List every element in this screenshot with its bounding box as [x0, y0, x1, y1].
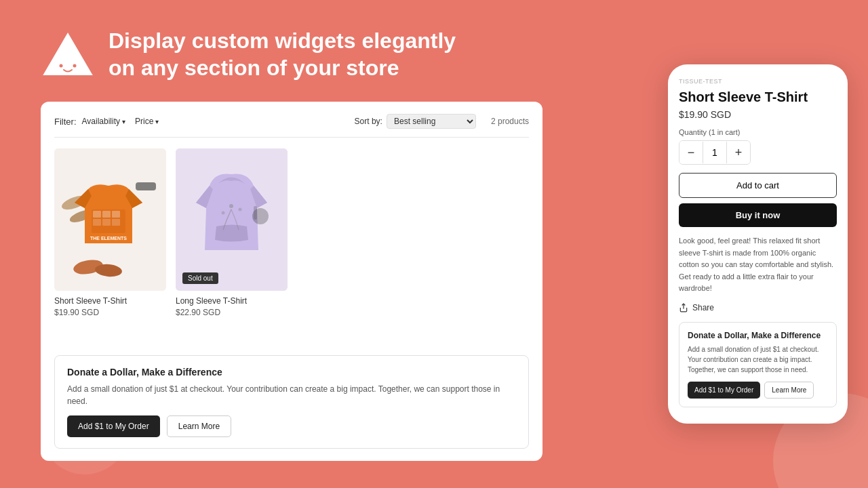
svg-rect-11 — [102, 219, 111, 226]
mobile-donation-learn-btn[interactable]: Learn More — [764, 382, 814, 399]
svg-rect-22 — [254, 206, 257, 220]
store-mockup: Filter: Availability Price Sort by: Best… — [41, 102, 542, 461]
qty-increase-btn[interactable]: + — [727, 141, 750, 164]
svg-rect-7 — [93, 211, 101, 218]
mobile-add-cart-btn[interactable]: Add to cart — [679, 173, 837, 198]
svg-rect-10 — [93, 219, 101, 226]
hero-title-line1: Display custom widgets elegantly — [108, 28, 456, 53]
product-price-1: $19.90 SGD — [54, 308, 166, 317]
svg-rect-12 — [112, 219, 120, 226]
mobile-price: $19.90 SGD — [679, 109, 837, 120]
donation-buttons: Add $1 to My Order Learn More — [67, 415, 516, 437]
product-name-1: Short Sleeve T-Shirt — [54, 296, 166, 306]
qty-value: 1 — [703, 142, 727, 163]
filter-label: Filter: — [54, 117, 77, 127]
mobile-quantity-label: Quantity (1 in cart) — [679, 128, 837, 136]
products-count: 2 products — [491, 117, 529, 126]
product-card-1[interactable]: THE ELEMENTS Short Sleeve T-Shirt $19.90… — [54, 148, 166, 317]
donation-desc: Add a small donation of just $1 at check… — [67, 383, 516, 407]
mobile-frame: TISSUE-TEST Short Sleeve T-Shirt $19.90 … — [668, 64, 848, 424]
right-section: TISSUE-TEST Short Sleeve T-Shirt $19.90 … — [668, 64, 848, 424]
logo-icon — [41, 30, 95, 78]
sort-label: Sort by: — [355, 117, 382, 126]
donation-widget: Donate a Dollar, Make a Difference Add a… — [54, 355, 529, 449]
donation-add-btn[interactable]: Add $1 to My Order — [67, 415, 160, 437]
svg-rect-16 — [136, 182, 156, 190]
filter-bar: Filter: Availability Price Sort by: Best… — [54, 114, 529, 138]
donation-title: Donate a Dollar, Make a Difference — [67, 367, 516, 378]
mobile-donation-add-btn[interactable]: Add $1 to My Order — [688, 382, 760, 399]
svg-point-20 — [239, 208, 242, 211]
mobile-store-label: TISSUE-TEST — [679, 78, 837, 85]
svg-rect-9 — [112, 211, 120, 218]
svg-point-18 — [229, 204, 233, 208]
hero-text: Display custom widgets elegantly on any … — [108, 27, 456, 81]
product-price-2: $22.90 SGD — [176, 308, 288, 317]
donation-learn-btn[interactable]: Learn More — [167, 415, 231, 437]
sold-out-badge: Sold out — [182, 272, 218, 284]
svg-point-2 — [73, 64, 77, 68]
mobile-qty-control: − 1 + — [679, 140, 751, 165]
product-image-1: THE ELEMENTS — [54, 148, 166, 291]
qty-decrease-btn[interactable]: − — [679, 141, 703, 164]
product-image-2: Sold out — [176, 148, 288, 291]
hero-area: Display custom widgets elegantly on any … — [41, 27, 542, 81]
mobile-donation-widget: Donate a Dollar, Make a Difference Add a… — [679, 322, 837, 407]
left-section: Display custom widgets elegantly on any … — [0, 0, 570, 488]
mobile-donation-desc: Add a small donation of just $1 at check… — [688, 344, 828, 375]
mobile-donation-title: Donate a Dollar, Make a Difference — [688, 331, 828, 340]
price-filter[interactable]: Price — [135, 117, 159, 126]
share-label: Share — [692, 303, 714, 312]
svg-rect-8 — [102, 211, 111, 218]
product-name-2: Long Sleeve T-Shirt — [176, 296, 288, 306]
availability-filter[interactable]: Availability — [82, 117, 125, 126]
sort-select[interactable]: Best selling Price: Low to High Price: H… — [387, 114, 476, 129]
mobile-description: Look good, feel great! This relaxed fit … — [679, 235, 837, 295]
hero-title-line2: on any section of your store — [108, 56, 399, 80]
sort-area: Sort by: Best selling Price: Low to High… — [355, 114, 529, 129]
mobile-buy-btn[interactable]: Buy it now — [679, 203, 837, 227]
mobile-product-title: Short Sleeve T-Shirt — [679, 89, 837, 105]
svg-marker-0 — [44, 34, 92, 75]
svg-point-1 — [60, 64, 63, 68]
share-icon — [679, 303, 688, 312]
products-grid: THE ELEMENTS Short Sleeve T-Shirt $19.90… — [54, 148, 529, 317]
product-card-2[interactable]: Sold out Long Sleeve T-Shirt $22.90 SGD — [176, 148, 288, 317]
svg-text:THE ELEMENTS: THE ELEMENTS — [90, 236, 127, 241]
svg-point-19 — [222, 211, 225, 215]
mobile-donation-buttons: Add $1 to My Order Learn More — [688, 382, 828, 399]
mobile-share[interactable]: Share — [679, 303, 837, 312]
